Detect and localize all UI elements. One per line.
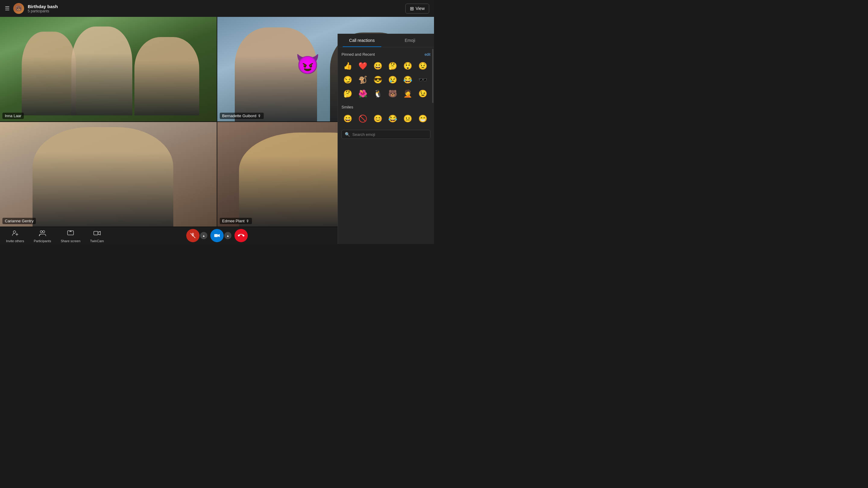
view-label: View [415,6,425,11]
reactions-tabs: Call reactions Emoji [338,34,434,47]
emoji-grin[interactable]: 😀 [372,60,384,72]
reactions-content[interactable]: Pinned and Recent edit 👍 ❤️ 😀 🤔 😲 😟 😏 🐒 … [338,47,434,244]
smiles-emoji-grid: 😄 🚫 😊 😂 😐 😁 [341,112,430,125]
emoji-smirk[interactable]: 😏 [341,73,354,86]
participants-label: Participants [34,239,51,243]
pinned-section-title: Pinned and Recent [341,52,375,57]
top-bar: ☰ 🐻 Birthday bash 5 participants ⊞ View [0,0,434,17]
twincam-icon [92,228,102,238]
svg-point-3 [40,231,42,233]
twincam-button[interactable]: TwinCam [90,228,104,243]
video-cell-carianne: Carianne Gentry [0,122,217,227]
emoji-thumbsup[interactable]: 👍 [341,60,354,72]
emoji-search-input[interactable] [352,132,427,137]
invite-others-button[interactable]: Invite others [6,228,24,243]
emoji-neutral[interactable]: 😐 [401,112,414,125]
bottom-center-controls: ▲ ▲ [186,229,248,242]
mic-group: ▲ [186,229,207,242]
emoji-grinning[interactable]: 😄 [341,112,354,125]
label-edmee: Edmee Plant 🎙 [220,218,252,224]
emoji-sunglasses[interactable]: 🕶️ [416,73,429,86]
participants-button[interactable]: Participants [34,228,51,243]
participants-icon [38,228,47,238]
video-cell-inna: Inna Laar [0,17,217,121]
mic-edmee-icon: 🎙 [246,219,250,223]
share-screen-icon [66,228,75,238]
smiles-section-header: Smiles [341,105,430,109]
emoji-wink[interactable]: 😉 [416,87,429,100]
emoji-search-bar[interactable]: 🔍 [341,130,430,139]
end-call-button[interactable] [235,229,248,242]
reactions-panel: Call reactions Emoji Pinned and Recent e… [338,34,434,244]
call-title: Birthday bash [28,4,402,9]
pinned-section-header: Pinned and Recent edit [341,52,430,57]
mute-button[interactable] [186,229,199,242]
emoji-beam[interactable]: 😁 [416,112,429,125]
emoji-surprised[interactable]: 😲 [401,60,414,72]
emoji-no[interactable]: 🚫 [356,112,369,125]
twincam-label: TwinCam [90,239,104,243]
avatar: 🐻 [13,3,24,14]
emoji-laugh[interactable]: 😂 [401,73,414,86]
tab-emoji[interactable]: Emoji [386,34,434,47]
svg-rect-10 [214,234,218,237]
emoji-heart[interactable]: ❤️ [356,60,369,72]
scrollbar-track [432,49,433,103]
edit-pinned-link[interactable]: edit [425,53,430,57]
emoji-penguin[interactable]: 🐧 [372,87,384,100]
emoji-monkey[interactable]: 🐒 [356,73,369,86]
emoji-think2[interactable]: 🤔 [341,87,354,100]
menu-icon[interactable]: ☰ [5,5,10,12]
svg-point-4 [42,231,44,233]
share-screen-label: Share screen [61,239,80,243]
call-info: Birthday bash 5 participants [28,4,402,13]
call-participants: 5 participants [28,9,402,13]
emoji-facepalm[interactable]: 🤦 [401,87,414,100]
mic-chevron[interactable]: ▲ [200,232,207,239]
emoji-thinking[interactable]: 🤔 [386,60,399,72]
video-button[interactable] [210,229,224,242]
share-screen-button[interactable]: Share screen [61,228,80,243]
svg-marker-8 [98,231,100,235]
view-button[interactable]: ⊞ View [405,4,429,13]
invite-icon [10,228,20,238]
label-bernadette: Bernadette Guibord 🎙 [220,113,264,119]
emoji-cry[interactable]: 😢 [386,73,399,86]
emoji-worried[interactable]: 😟 [416,60,429,72]
floating-reaction-emoji: 😈 [296,53,320,76]
mic-on-icon: 🎙 [258,114,261,118]
tab-call-reactions[interactable]: Call reactions [338,34,386,47]
svg-rect-7 [94,231,98,235]
invite-label: Invite others [6,239,24,243]
svg-marker-11 [218,234,220,237]
pinned-emoji-grid: 👍 ❤️ 😀 🤔 😲 😟 😏 🐒 😎 😢 😂 🕶️ 🤔 🌺 🐧 🐻 🤦 😉 [341,60,430,100]
search-emoji-icon: 🔍 [345,132,350,137]
emoji-flower[interactable]: 🌺 [356,87,369,100]
emoji-bear[interactable]: 🐻 [386,87,399,100]
bottom-left-controls: Invite others Participants [6,228,104,243]
video-group: ▲ [210,229,231,242]
label-carianne: Carianne Gentry [2,218,36,224]
video-chevron[interactable]: ▲ [224,232,231,239]
emoji-smile[interactable]: 😊 [372,112,384,125]
emoji-rofl[interactable]: 😂 [386,112,399,125]
smiles-section-title: Smiles [341,105,353,109]
emoji-cool[interactable]: 😎 [372,73,384,86]
label-inna: Inna Laar [2,113,24,119]
svg-point-0 [13,231,16,233]
